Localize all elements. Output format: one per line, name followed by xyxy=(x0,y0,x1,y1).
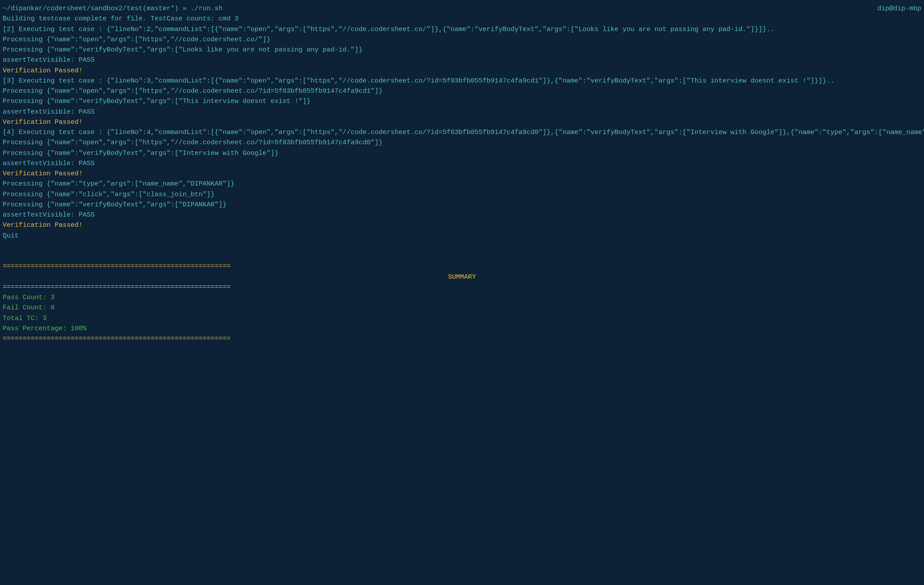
terminal-line: Processing {"name":"verifyBodyText","arg… xyxy=(3,200,921,210)
terminal-line: Quit xyxy=(3,231,921,241)
terminal-line: Processing {"name":"verifyBodyText","arg… xyxy=(3,96,921,107)
terminal-line: SUMMARY xyxy=(3,272,921,282)
terminal-line: Processing {"name":"click","args":["clas… xyxy=(3,190,921,200)
terminal-line: ========================================… xyxy=(3,282,921,292)
terminal-window: ~/dipankar/codersheet/sandbox2/test(mast… xyxy=(0,0,924,585)
empty-line xyxy=(3,241,921,251)
terminal-line: assertTextVisible: PASS xyxy=(3,55,921,65)
terminal-line: assertTextVisible: PASS xyxy=(3,158,921,169)
terminal-line: Fail Count: 0 xyxy=(3,303,921,313)
terminal-line: Pass Percentage: 100% xyxy=(3,324,921,334)
terminal-line: ========================================… xyxy=(3,261,921,272)
terminal-line: Pass Count: 3 xyxy=(3,292,921,303)
terminal-body: Building testcase complete for file. Tes… xyxy=(3,14,921,344)
terminal-line: Processing {"name":"open","args":["https… xyxy=(3,35,921,45)
terminal-line: ========================================… xyxy=(3,334,921,344)
prompt-line: ~/dipankar/codersheet/sandbox2/test(mast… xyxy=(3,4,223,14)
terminal-line: Building testcase complete for file. Tes… xyxy=(3,14,921,24)
terminal-line: Verification Passed! xyxy=(3,220,921,230)
terminal-line: Verification Passed! xyxy=(3,66,921,76)
terminal-line: [3] Executing test case : {"lineNo":3,"c… xyxy=(3,76,921,86)
terminal-line: Processing {"name":"open","args":["https… xyxy=(3,138,921,148)
empty-line xyxy=(3,251,921,261)
hostname: dip@dip-mbp xyxy=(877,4,921,14)
terminal-line: Total TC: 3 xyxy=(3,313,921,324)
terminal-line: Processing {"name":"type","args":["name_… xyxy=(3,179,921,189)
terminal-line: assertTextVisible: PASS xyxy=(3,107,921,117)
terminal-line: Processing {"name":"verifyBodyText","arg… xyxy=(3,148,921,158)
terminal-line: Verification Passed! xyxy=(3,117,921,127)
terminal-line: [4] Executing test case : {"lineNo":4,"c… xyxy=(3,127,921,138)
terminal-line: Processing {"name":"open","args":["https… xyxy=(3,86,921,96)
terminal-header: ~/dipankar/codersheet/sandbox2/test(mast… xyxy=(3,4,921,14)
terminal-line: Processing {"name":"verifyBodyText","arg… xyxy=(3,45,921,55)
terminal-line: [2] Executing test case : {"lineNo":2,"c… xyxy=(3,24,921,35)
terminal-line: assertTextVisible: PASS xyxy=(3,210,921,220)
terminal-line: Verification Passed! xyxy=(3,169,921,179)
